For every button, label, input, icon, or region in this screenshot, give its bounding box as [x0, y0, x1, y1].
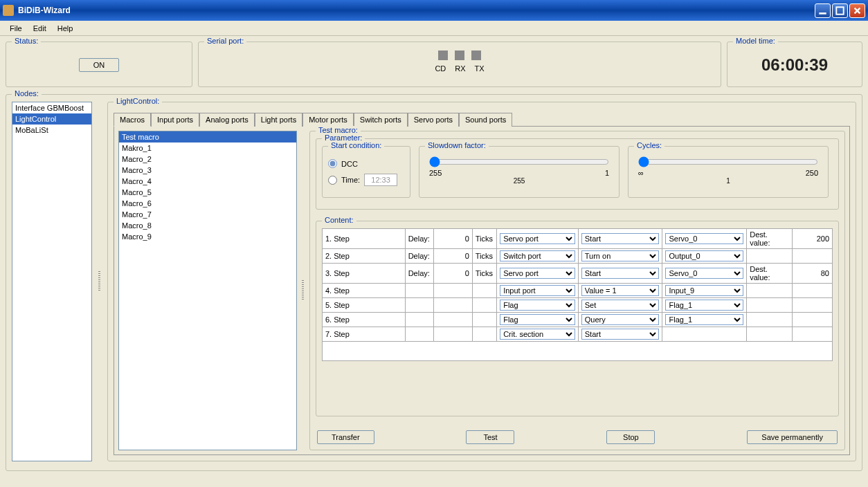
- target-select[interactable]: Flag_1: [665, 300, 743, 311]
- action-select[interactable]: Turn on: [581, 250, 660, 261]
- time-radio[interactable]: [328, 176, 337, 185]
- macro-item[interactable]: Macro_8: [119, 220, 296, 231]
- target-select[interactable]: Input_9: [665, 285, 743, 296]
- action-cell[interactable]: Turn on: [578, 249, 662, 264]
- status-button[interactable]: ON: [79, 58, 120, 72]
- port-cell[interactable]: Input port: [497, 284, 579, 298]
- dest-value[interactable]: [793, 229, 833, 249]
- port-select[interactable]: Crit. section: [500, 329, 575, 340]
- tab-analog-ports[interactable]: Analog ports: [199, 113, 255, 127]
- macro-item[interactable]: Test macro: [119, 131, 296, 143]
- target-cell[interactable]: Servo_0: [662, 229, 747, 249]
- tab-light-ports[interactable]: Light ports: [255, 113, 302, 127]
- macro-item[interactable]: Macro_4: [119, 176, 296, 187]
- action-cell[interactable]: Start: [578, 327, 662, 342]
- maximize-button[interactable]: [832, 3, 848, 18]
- dest-input[interactable]: [795, 235, 829, 243]
- action-cell[interactable]: Start: [578, 264, 662, 284]
- action-cell[interactable]: Start: [578, 229, 662, 249]
- action-select[interactable]: Set: [581, 300, 660, 311]
- slowdown-slider[interactable]: [429, 156, 609, 167]
- action-select[interactable]: Value = 1: [581, 285, 660, 296]
- target-select[interactable]: Servo_0: [665, 233, 743, 244]
- port-select[interactable]: Switch port: [500, 250, 575, 261]
- menu-help[interactable]: Help: [52, 23, 79, 34]
- save-button[interactable]: Save permanently: [747, 430, 838, 444]
- target-select[interactable]: Output_0: [665, 250, 743, 261]
- delay-value[interactable]: [434, 229, 473, 249]
- stop-button[interactable]: Stop: [606, 430, 655, 444]
- dest-value[interactable]: [793, 249, 833, 264]
- menu-edit[interactable]: Edit: [28, 23, 52, 34]
- target-cell[interactable]: Output_0: [662, 249, 747, 264]
- port-select[interactable]: Flag: [500, 300, 575, 311]
- tab-input-ports[interactable]: Input ports: [151, 113, 199, 127]
- dest-value[interactable]: [793, 298, 833, 313]
- port-cell[interactable]: Servo port: [497, 264, 579, 284]
- dest-input[interactable]: [795, 269, 829, 277]
- action-cell[interactable]: Set: [578, 298, 662, 313]
- port-select[interactable]: Servo port: [500, 268, 575, 279]
- time-input[interactable]: [364, 174, 397, 186]
- port-select[interactable]: Servo port: [500, 233, 575, 244]
- delay-value[interactable]: [434, 327, 473, 342]
- minimize-button[interactable]: [815, 3, 831, 18]
- delay-input[interactable]: [437, 269, 469, 277]
- nodes-item[interactable]: LightControl: [12, 113, 91, 125]
- target-cell[interactable]: [662, 327, 747, 342]
- macro-splitter[interactable]: [301, 131, 305, 450]
- delay-input[interactable]: [437, 252, 469, 260]
- port-cell[interactable]: Switch port: [497, 249, 579, 264]
- tab-motor-ports[interactable]: Motor ports: [302, 113, 354, 127]
- action-select[interactable]: Query: [581, 314, 660, 325]
- transfer-button[interactable]: Transfer: [317, 430, 374, 444]
- dcc-radio[interactable]: [328, 159, 337, 168]
- dest-value[interactable]: [793, 264, 833, 284]
- action-select[interactable]: Start: [581, 329, 660, 340]
- action-cell[interactable]: Value = 1: [578, 284, 662, 298]
- nodes-listbox[interactable]: Interface GBMBoostLightControlMoBaLiSt: [12, 102, 92, 461]
- macro-listbox[interactable]: Test macroMakro_1Macro_2Macro_3Macro_4Ma…: [118, 131, 297, 450]
- dest-value[interactable]: [793, 327, 833, 342]
- port-cell[interactable]: Servo port: [497, 229, 579, 249]
- nodes-item[interactable]: MoBaLiSt: [12, 125, 91, 136]
- port-select[interactable]: Flag: [500, 314, 575, 325]
- delay-value[interactable]: [434, 284, 473, 298]
- tab-switch-ports[interactable]: Switch ports: [354, 113, 408, 127]
- macro-item[interactable]: Macro_5: [119, 187, 296, 198]
- macro-item[interactable]: Macro_9: [119, 231, 296, 242]
- test-button[interactable]: Test: [466, 430, 514, 444]
- dest-value[interactable]: [793, 284, 833, 298]
- dest-value[interactable]: [793, 313, 833, 327]
- action-cell[interactable]: Query: [578, 313, 662, 327]
- target-cell[interactable]: Input_9: [662, 284, 747, 298]
- macro-item[interactable]: Macro_7: [119, 209, 296, 220]
- action-select[interactable]: Start: [581, 233, 660, 244]
- target-cell[interactable]: Flag_1: [662, 313, 747, 327]
- macro-item[interactable]: Macro_2: [119, 154, 296, 165]
- splitter[interactable]: [98, 102, 102, 461]
- port-select[interactable]: Input port: [500, 285, 575, 296]
- port-cell[interactable]: Crit. section: [497, 327, 579, 342]
- macro-item[interactable]: Makro_1: [119, 143, 296, 154]
- macro-item[interactable]: Macro_6: [119, 198, 296, 209]
- port-cell[interactable]: Flag: [497, 298, 579, 313]
- nodes-item[interactable]: Interface GBMBoost: [12, 102, 91, 113]
- target-cell[interactable]: Servo_0: [662, 264, 747, 284]
- cycles-slider[interactable]: [638, 156, 818, 167]
- target-cell[interactable]: Flag_1: [662, 298, 747, 313]
- delay-value[interactable]: [434, 298, 473, 313]
- delay-value[interactable]: [434, 249, 473, 264]
- port-cell[interactable]: Flag: [497, 313, 579, 327]
- tab-macros[interactable]: Macros: [114, 113, 151, 127]
- delay-value[interactable]: [434, 313, 473, 327]
- close-button[interactable]: [849, 3, 865, 18]
- tab-servo-ports[interactable]: Servo ports: [408, 113, 459, 127]
- macro-item[interactable]: Macro_3: [119, 165, 296, 176]
- target-select[interactable]: Servo_0: [665, 268, 743, 279]
- menu-file[interactable]: File: [4, 23, 28, 34]
- target-select[interactable]: Flag_1: [665, 314, 743, 325]
- tab-sound-ports[interactable]: Sound ports: [459, 113, 512, 127]
- action-select[interactable]: Start: [581, 268, 660, 279]
- delay-input[interactable]: [437, 235, 469, 243]
